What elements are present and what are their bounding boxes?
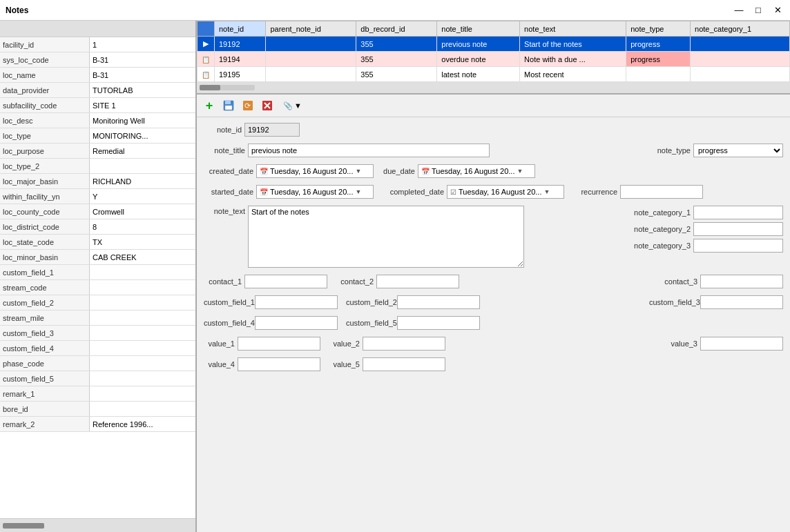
edit-icon: 📋 [202, 56, 210, 63]
scrollbar-thumb [3, 523, 44, 529]
custom-field-5-field[interactable] [397, 316, 480, 330]
list-item[interactable]: custom_field_1 [0, 265, 195, 280]
recurrence-field[interactable] [620, 185, 703, 199]
list-item[interactable]: loc_purpose Remedial [0, 144, 195, 159]
list-item[interactable]: loc_desc Monitoring Well [0, 113, 195, 128]
list-item[interactable]: loc_major_basin RICHLAND [0, 174, 195, 189]
prop-label: loc_desc [0, 113, 90, 128]
started-date-field[interactable]: 📅 Tuesday, 16 August 20... ▼ [256, 185, 374, 199]
title-bar: Notes — □ ✕ [0, 0, 790, 21]
list-item[interactable]: stream_mile [0, 311, 195, 326]
list-item[interactable]: bore_id [0, 402, 195, 417]
prop-label: bore_id [0, 402, 90, 416]
close-button[interactable]: ✕ [771, 4, 784, 17]
note-cat-1-field[interactable] [693, 206, 783, 219]
note-id-field[interactable] [244, 123, 300, 137]
list-item[interactable]: phase_code [0, 356, 195, 371]
list-item[interactable]: custom_field_3 [0, 326, 195, 341]
custom-field-2-field[interactable] [397, 295, 480, 309]
value-3-field[interactable] [700, 337, 783, 351]
table-row[interactable]: ▶ 19192 355 previous note Start of the n… [198, 37, 790, 52]
note-cat-2-field[interactable] [693, 222, 783, 236]
list-item[interactable]: loc_minor_basin CAB CREEK [0, 250, 195, 265]
due-date-group: due_date 📅 Tuesday, 16 August 20... ▼ [382, 164, 535, 178]
note-cat-1-group: note_category_1 [628, 206, 783, 219]
list-item[interactable]: custom_field_4 [0, 341, 195, 356]
list-item[interactable]: loc_name B-31 [0, 68, 195, 83]
col-note-id[interactable]: note_id [215, 21, 266, 37]
note-cat-3-field[interactable] [693, 239, 783, 253]
attachment-button[interactable]: 📎 ▼ [278, 99, 307, 112]
created-date-field[interactable]: 📅 Tuesday, 16 August 20... ▼ [256, 164, 374, 178]
value-4-field[interactable] [238, 357, 320, 371]
col-db-record-id[interactable]: db_record_id [356, 21, 437, 37]
note-text-field[interactable]: Start of the notes [248, 206, 524, 268]
due-date-field[interactable]: 📅 Tuesday, 16 August 20... ▼ [418, 164, 535, 178]
col-note-type[interactable]: note_type [626, 21, 691, 37]
minimize-button[interactable]: — [732, 4, 746, 17]
note-id-row: note_id [204, 123, 783, 137]
list-item[interactable]: loc_state_code TX [0, 235, 195, 250]
list-item[interactable]: loc_type MONITORING... [0, 128, 195, 144]
col-note-category-1[interactable]: note_category_1 [691, 21, 790, 37]
prop-label: loc_state_code [0, 235, 90, 249]
cancel-button[interactable] [259, 97, 276, 114]
note-type-select[interactable]: progress issue action general [693, 144, 783, 157]
add-button[interactable]: + [201, 97, 218, 114]
value-5-field[interactable] [363, 357, 445, 371]
save-button[interactable] [220, 97, 237, 114]
prop-value: MONITORING... [90, 132, 195, 140]
list-item[interactable]: remark_1 [0, 386, 195, 402]
sync-button[interactable]: ⟳ [240, 97, 256, 114]
contact-3-field[interactable] [700, 275, 783, 288]
left-panel-header [0, 21, 195, 37]
col-note-text[interactable]: note_text [520, 21, 626, 37]
list-item[interactable]: custom_field_5 [0, 371, 195, 386]
value-1-label: value_1 [204, 339, 235, 348]
maximize-button[interactable]: □ [751, 4, 765, 17]
col-parent-note-id[interactable]: parent_note_id [266, 21, 356, 37]
cell-note-type: progress [626, 52, 691, 67]
custom-field-1-field[interactable] [255, 295, 338, 309]
sync-icon: ⟳ [242, 100, 253, 111]
note-cat-3-label: note_category_3 [628, 242, 691, 250]
cell-note-title: previous note [437, 37, 520, 52]
table-row[interactable]: 📋 19194 355 overdue note Note with a due… [198, 52, 790, 67]
note-cat-2-group: note_category_2 [628, 222, 783, 236]
col-note-title[interactable]: note_title [437, 21, 520, 37]
custom-field-4-field[interactable] [255, 316, 338, 330]
list-item[interactable]: loc_type_2 [0, 159, 195, 174]
note-text-group: note_text Start of the notes [204, 206, 524, 268]
prop-value: B-31 [90, 71, 195, 79]
due-date-label: due_date [382, 167, 415, 175]
completed-date-field[interactable]: ☑ Tuesday, 16 August 20... ▼ [447, 185, 564, 199]
list-item[interactable]: sys_loc_code B-31 [0, 52, 195, 68]
list-item[interactable]: within_facility_yn Y [0, 189, 195, 204]
value-2-label: value_2 [329, 339, 360, 348]
list-item[interactable]: remark_2 Reference 1996... [0, 417, 195, 432]
value-5-group: value_5 [329, 357, 445, 371]
list-item[interactable]: subfacility_code SITE 1 [0, 98, 195, 113]
value-2-field[interactable] [363, 337, 445, 351]
prop-value: RICHLAND [90, 177, 195, 186]
list-item[interactable]: loc_county_code Cromwell [0, 204, 195, 219]
table-row[interactable]: 📋 19195 355 latest note Most recent [198, 67, 790, 82]
contact-3-group: contact_3 [659, 275, 783, 288]
value-1-field[interactable] [238, 337, 320, 351]
list-item[interactable]: stream_code [0, 280, 195, 295]
contact-1-field[interactable] [244, 275, 327, 288]
note-title-field[interactable] [248, 144, 490, 157]
grid-scrollbar[interactable] [197, 82, 790, 93]
contact-2-field[interactable] [376, 275, 459, 288]
list-item[interactable]: custom_field_2 [0, 295, 195, 311]
left-scrollbar[interactable] [0, 518, 195, 532]
list-item[interactable]: loc_district_code 8 [0, 219, 195, 235]
row-indicator: ▶ [198, 37, 215, 52]
value-3-group: value_3 [666, 337, 783, 351]
custom-field-3-group: custom_field_3 [649, 295, 783, 309]
list-item[interactable]: data_provider TUTORLAB [0, 83, 195, 98]
list-item[interactable]: facility_id 1 [0, 37, 195, 52]
custom-field-3-field[interactable] [700, 295, 783, 309]
prop-value: Y [90, 193, 195, 201]
contact-2-label: contact_2 [336, 277, 374, 286]
